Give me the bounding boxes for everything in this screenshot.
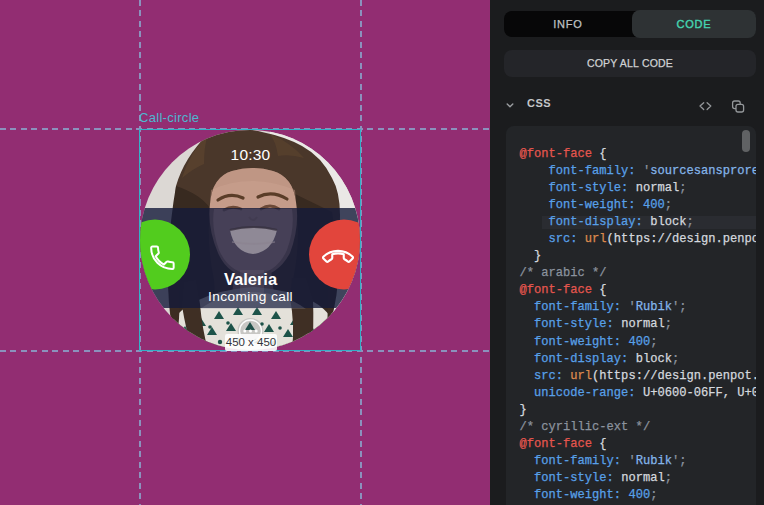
svg-text:Valeria: Valeria [224,270,278,288]
svg-text:10:30: 10:30 [231,146,271,163]
svg-text:Incoming call: Incoming call [208,289,293,304]
